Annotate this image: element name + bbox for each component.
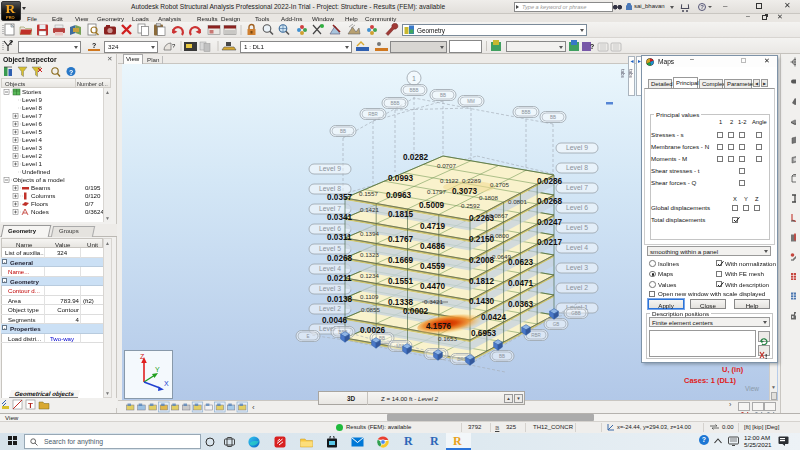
svg-text:0/3624: 0/3624 (85, 208, 104, 215)
svg-text:0.0993: 0.0993 (388, 174, 413, 183)
svg-text:0.0268: 0.0268 (327, 254, 352, 263)
svg-text:Level 5: Level 5 (22, 128, 43, 135)
svg-text:Level 3: Level 3 (22, 144, 43, 151)
svg-text:Level 9: Level 9 (319, 165, 341, 172)
svg-text:1: 1 (412, 75, 416, 82)
svg-text:0.3073: 0.3073 (452, 187, 477, 196)
svg-text:0.0867: 0.0867 (489, 212, 508, 219)
svg-text:MM: MM (467, 99, 475, 104)
svg-text:BB: BB (499, 354, 505, 359)
svg-text:0.4686: 0.4686 (420, 242, 445, 251)
svg-text:0/195: 0/195 (85, 184, 101, 191)
svg-text:X: X (164, 380, 169, 387)
svg-text:0.1767: 0.1767 (388, 235, 413, 244)
svg-text:0.0247: 0.0247 (537, 218, 562, 227)
svg-text:0.0649: 0.0649 (492, 253, 511, 260)
svg-text:Level 1: Level 1 (22, 160, 43, 167)
svg-text:Level 2: Level 2 (566, 284, 588, 291)
svg-text:0.0471: 0.0471 (508, 279, 533, 288)
svg-text:Level 7: Level 7 (22, 112, 43, 119)
svg-text:0.1669: 0.1669 (388, 256, 413, 265)
svg-text:0.0623: 0.0623 (508, 258, 533, 267)
svg-text:?: ? (92, 42, 96, 49)
svg-text:Stories: Stories (22, 88, 41, 95)
svg-text:E: E (306, 334, 309, 339)
svg-text:Level 3: Level 3 (566, 264, 588, 271)
svg-text:0.0282: 0.0282 (403, 153, 428, 162)
svg-text:Level 8: Level 8 (22, 104, 43, 111)
svg-text:0/7: 0/7 (85, 200, 94, 207)
svg-text:0.0311: 0.0311 (327, 233, 352, 242)
svg-text:0.1812: 0.1812 (469, 277, 494, 286)
svg-text:0.1815: 0.1815 (388, 210, 413, 219)
svg-text:0.3421: 0.3421 (424, 298, 443, 305)
svg-text:0.4559: 0.4559 (420, 262, 445, 271)
svg-text:Level 5: Level 5 (566, 224, 588, 231)
svg-text:0.1797: 0.1797 (427, 188, 446, 195)
svg-text:Level 2: Level 2 (22, 152, 43, 159)
svg-text:0.0801: 0.0801 (508, 198, 527, 205)
svg-text:0.0363: 0.0363 (508, 300, 533, 309)
svg-text:Level 9: Level 9 (566, 144, 588, 151)
svg-text:Level 4: Level 4 (22, 136, 43, 143)
svg-text:0.2008: 0.2008 (469, 256, 494, 265)
svg-text:0.5009: 0.5009 (419, 201, 444, 210)
svg-text:BRB: BRB (457, 357, 466, 362)
svg-text:0.2289: 0.2289 (462, 177, 481, 184)
svg-text:0.1430: 0.1430 (469, 297, 494, 306)
svg-text:!: ! (765, 353, 767, 360)
svg-text:Level 7: Level 7 (319, 205, 341, 212)
svg-text:0.0286: 0.0286 (537, 177, 562, 186)
svg-text:?: ? (172, 43, 176, 49)
svg-text:0.1122: 0.1122 (440, 177, 459, 184)
svg-text:Level 7: Level 7 (566, 184, 588, 191)
svg-text:Level 2: Level 2 (319, 305, 341, 312)
svg-text:Z: Z (140, 353, 145, 360)
svg-text:?: ? (69, 69, 73, 76)
svg-text:0.0341: 0.0341 (327, 213, 352, 222)
svg-text:0.2592: 0.2592 (461, 202, 480, 209)
svg-text:0.1551: 0.1551 (388, 277, 413, 286)
svg-text:Level 6: Level 6 (566, 204, 588, 211)
svg-text:4.1576: 4.1576 (426, 322, 451, 331)
svg-text:Beams: Beams (31, 184, 50, 191)
svg-text:GB: GB (553, 322, 560, 327)
svg-text:Level 4: Level 4 (319, 265, 341, 272)
svg-text:Columns: Columns (31, 192, 55, 199)
svg-text:BBB: BBB (409, 88, 418, 93)
svg-text:0.0268: 0.0268 (537, 197, 562, 206)
svg-text:T: T (28, 401, 33, 410)
svg-text:0.0002: 0.0002 (403, 307, 428, 316)
svg-text:Level 4: Level 4 (566, 244, 588, 251)
svg-text:0.0800: 0.0800 (490, 232, 509, 239)
svg-text:0.0707: 0.0707 (437, 162, 456, 169)
svg-text:Undefined: Undefined (22, 168, 51, 175)
svg-text:0.0357: 0.0357 (327, 193, 352, 202)
svg-text:0.1323: 0.1323 (360, 251, 379, 258)
svg-text:Floors: Floors (31, 200, 48, 207)
svg-text:0.0138: 0.0138 (327, 295, 352, 304)
svg-text:0.0855: 0.0855 (361, 306, 380, 313)
svg-text:Level 6: Level 6 (22, 120, 43, 127)
svg-text:RBR: RBR (368, 112, 378, 117)
svg-text:0.0211: 0.0211 (327, 274, 352, 283)
svg-text:0.6953: 0.6953 (471, 329, 496, 338)
svg-text:0.1705: 0.1705 (490, 181, 509, 188)
svg-text:0.1808: 0.1808 (479, 194, 498, 201)
svg-text:Level 6: Level 6 (319, 225, 341, 232)
svg-text:0.1653: 0.1653 (438, 335, 457, 342)
svg-text:Y: Y (155, 366, 160, 373)
svg-text:?: ? (9, 39, 13, 46)
svg-text:BB: BB (440, 93, 446, 98)
svg-text:BB: BB (550, 115, 556, 120)
svg-text:0.4719: 0.4719 (420, 222, 445, 231)
svg-text:‹: ‹ (252, 403, 255, 412)
svg-text:GBB: GBB (571, 311, 581, 316)
svg-text:0.0424: 0.0424 (481, 313, 506, 322)
svg-text:Level 9: Level 9 (22, 96, 43, 103)
svg-text:0.0046: 0.0046 (322, 316, 347, 325)
svg-text:0.1421: 0.1421 (360, 206, 379, 213)
svg-text:Objects of a model: Objects of a model (13, 176, 65, 183)
svg-text:BB: BB (340, 129, 346, 134)
svg-text:Level 8: Level 8 (319, 185, 341, 192)
